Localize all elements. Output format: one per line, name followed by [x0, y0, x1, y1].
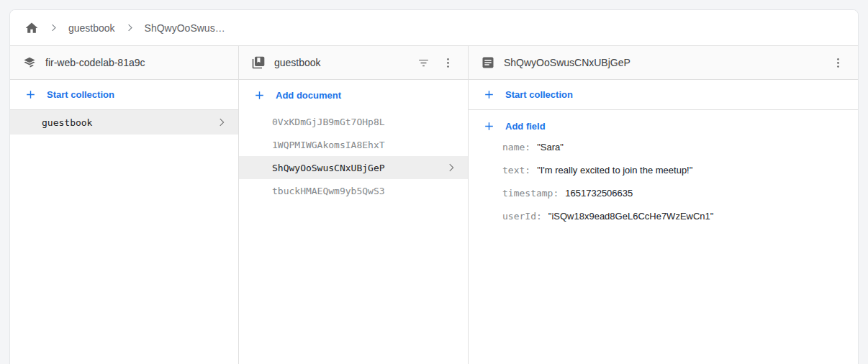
- add-document-button[interactable]: Add document: [239, 80, 468, 110]
- field-row[interactable]: text: "I'm really excited to join the me…: [469, 165, 858, 188]
- chevron-right-icon: [215, 116, 228, 129]
- project-panel: fir-web-codelab-81a9c Start collection g…: [10, 46, 239, 364]
- document-header-actions: [828, 53, 848, 73]
- filter-list-icon[interactable]: [413, 53, 433, 73]
- chevron-right-icon: [445, 161, 458, 174]
- field-key: text: [502, 165, 525, 176]
- plus-icon: [24, 88, 37, 101]
- collection-panel: guestbook Add document: [239, 46, 469, 364]
- document-list-item[interactable]: 0VxKDmGjJB9mGt7OHp8L: [239, 110, 468, 133]
- document-icon: [481, 55, 495, 70]
- breadcrumb: guestbook ShQwyOoSwus…: [10, 10, 858, 46]
- document-id: tbuckHMAEQwm9yb5QwS3: [272, 186, 385, 196]
- plus-icon: [483, 88, 495, 101]
- field-colon: :: [525, 165, 530, 176]
- collection-list-item[interactable]: guestbook: [10, 110, 238, 135]
- document-list-item[interactable]: ShQwyOoSwusCNxUBjGeP: [239, 156, 468, 179]
- field-row[interactable]: userId: "iSQw18x9ead8GeL6CcHe7WzEwCn1": [469, 211, 858, 234]
- document-id: 0VxKDmGjJB9mGt7OHp8L: [272, 117, 385, 127]
- more-vert-icon[interactable]: [438, 53, 458, 73]
- firestore-database-icon: [22, 55, 37, 70]
- plus-icon: [253, 89, 266, 101]
- field-colon: :: [553, 188, 559, 199]
- collections-bookmark-icon: [251, 55, 266, 70]
- field-row[interactable]: timestamp: 1651732506635: [469, 188, 858, 211]
- add-field-button[interactable]: Add field: [469, 110, 858, 142]
- document-id: 1WQPMIWGAkomsIA8EhxT: [272, 140, 385, 150]
- field-colon: :: [525, 142, 530, 153]
- panels-container: fir-web-codelab-81a9c Start collection g…: [10, 46, 858, 364]
- start-collection-button[interactable]: Start collection: [10, 80, 238, 110]
- home-icon[interactable]: [24, 21, 39, 35]
- field-value: 1651732506635: [565, 188, 633, 199]
- collection-header-actions: [413, 53, 458, 73]
- project-panel-header: fir-web-codelab-81a9c: [10, 46, 238, 80]
- more-vert-icon[interactable]: [828, 53, 848, 73]
- collections-list: guestbook: [10, 110, 238, 364]
- field-colon: :: [536, 211, 542, 222]
- field-key: userId: [502, 211, 536, 222]
- collection-panel-header: guestbook: [239, 46, 468, 80]
- document-list-item[interactable]: 1WQPMIWGAkomsIA8EhxT: [239, 133, 468, 156]
- start-collection-button[interactable]: Start collection: [469, 80, 858, 110]
- field-value: "I'm really excited to join the meetup!": [537, 165, 692, 176]
- firestore-data-panel: guestbook ShQwyOoSwus… fir-web-codelab-8…: [9, 9, 859, 364]
- field-key: timestamp: [502, 188, 553, 199]
- documents-list: 0VxKDmGjJB9mGt7OHp8L 1WQPMIWGAkomsIA8Ehx…: [239, 110, 468, 364]
- add-document-label: Add document: [276, 90, 341, 101]
- field-row[interactable]: name: "Sara": [469, 142, 858, 165]
- field-value: "iSQw18x9ead8GeL6CcHe7WzEwCn1": [548, 211, 714, 222]
- chevron-right-icon: [48, 22, 59, 33]
- project-title: fir-web-codelab-81a9c: [45, 57, 145, 68]
- document-title: ShQwyOoSwusCNxUBjGeP: [504, 57, 630, 68]
- collection-name: guestbook: [42, 117, 92, 128]
- document-list-item[interactable]: tbuckHMAEQwm9yb5QwS3: [239, 179, 468, 202]
- chevron-right-icon: [125, 22, 135, 33]
- plus-icon: [483, 120, 495, 132]
- breadcrumb-item-collection[interactable]: guestbook: [68, 22, 115, 34]
- start-collection-label: Start collection: [505, 89, 573, 100]
- field-value: "Sara": [537, 142, 564, 153]
- add-field-label: Add field: [505, 121, 546, 132]
- collection-title: guestbook: [274, 57, 321, 68]
- fields-list: name: "Sara" text: "I'm really excited t…: [469, 142, 858, 364]
- start-collection-label: Start collection: [47, 89, 114, 100]
- document-panel: ShQwyOoSwusCNxUBjGeP Start collection Ad…: [469, 46, 858, 364]
- document-id: ShQwyOoSwusCNxUBjGeP: [272, 163, 385, 173]
- breadcrumb-item-document[interactable]: ShQwyOoSwus…: [145, 22, 225, 34]
- field-key: name: [502, 142, 525, 153]
- document-panel-header: ShQwyOoSwusCNxUBjGeP: [469, 46, 858, 80]
